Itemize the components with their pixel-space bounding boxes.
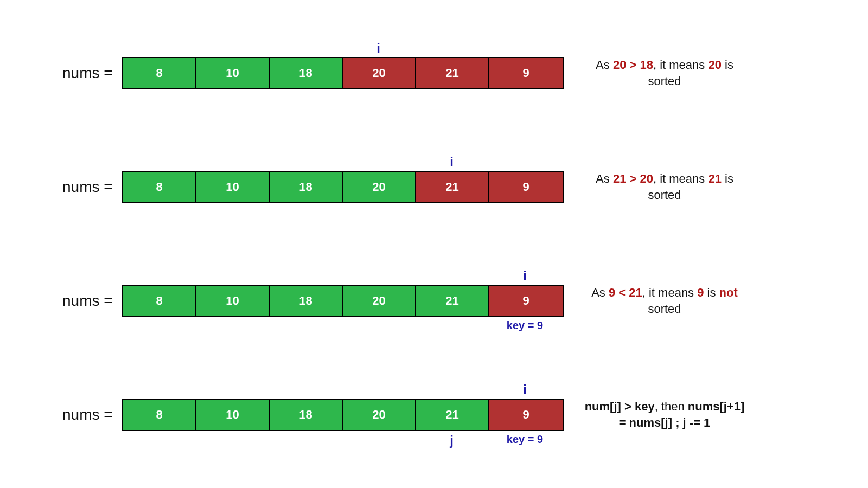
array-cell: 10 [196,400,270,430]
step-caption: num[j] > key, then nums[j+1] = nums[j] ;… [583,399,746,431]
array-cell: 20 [343,58,416,88]
caption-segment: 9 < 21 [609,286,642,299]
array-cell: 20 [343,286,416,316]
array-cell: 10 [196,172,270,202]
pointer-label: key = 9 [488,319,561,332]
array-cell: 18 [270,400,343,430]
caption-segment: As [596,172,613,185]
caption-segment: 20 [708,58,721,72]
array-cell: 8 [123,400,196,430]
array-cell: 10 [196,286,270,316]
array-cell: 21 [416,58,489,88]
step-row: nums =8101820219ijkey = 9num[j] > key, t… [0,358,868,472]
pointer-label: i [342,41,415,56]
pointer-label: i [488,382,561,397]
pointer-label: i [415,155,488,170]
array-cell: 9 [489,58,563,88]
caption-segment: , then [655,400,688,413]
array-cell: 21 [416,400,489,430]
array-cell: 18 [270,286,343,316]
array-cell: 8 [123,286,196,316]
pointer-label: key = 9 [488,433,561,446]
step-caption: As 9 < 21, it means 9 is not sorted [583,285,746,317]
step-row: nums =8101820219iAs 20 > 18, it means 20… [0,16,868,130]
var-label: nums = [62,178,113,196]
var-label: nums = [62,65,113,82]
step-row: nums =8101820219iAs 21 > 20, it means 21… [0,130,868,244]
caption-segment: is [704,286,719,299]
caption-segment: 20 > 18 [613,58,653,72]
pointer-label: j [415,433,488,448]
array-cell: 21 [416,286,489,316]
array-cell: 9 [489,286,563,316]
caption-segment: 21 [708,172,721,185]
caption-segment: sorted [648,302,681,316]
caption-segment: not [719,286,738,299]
array: 8101820219 [122,285,564,317]
array-cell: 8 [123,172,196,202]
step-caption: As 21 > 20, it means 21 is sorted [583,171,746,203]
array-cell: 18 [270,172,343,202]
array-cell: 8 [123,58,196,88]
caption-segment: , it means [642,286,697,299]
array-cell: 21 [416,172,489,202]
caption-segment: num[j] > key [585,400,655,413]
var-label: nums = [62,292,113,310]
step-caption: As 20 > 18, it means 20 is sorted [583,57,746,89]
array-cell: 20 [343,172,416,202]
caption-segment: 9 [697,286,704,299]
pointer-label: i [488,268,561,284]
caption-segment: , it means [653,58,708,72]
caption-segment: As [596,58,613,72]
step-row: nums =8101820219ikey = 9As 9 < 21, it me… [0,244,868,358]
array: 8101820219 [122,57,564,89]
array-cell: 20 [343,400,416,430]
array-cell: 9 [489,172,563,202]
array-cell: 9 [489,400,563,430]
caption-segment: As [591,286,609,299]
array: 8101820219 [122,399,564,431]
caption-segment: j -= 1 [683,416,711,429]
array-cell: 18 [270,58,343,88]
array-cell: 10 [196,58,270,88]
caption-segment: , it means [653,172,708,185]
var-label: nums = [62,406,113,423]
array: 8101820219 [122,171,564,203]
caption-segment: 21 > 20 [613,172,653,185]
